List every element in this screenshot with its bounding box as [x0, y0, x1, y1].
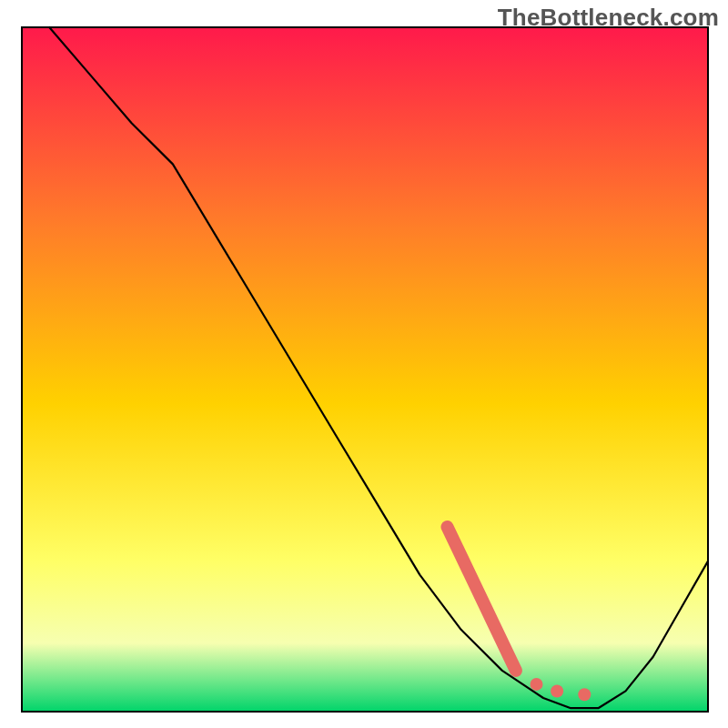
chart-svg — [0, 0, 728, 728]
highlight-dot — [578, 688, 591, 701]
chart-root: TheBottleneck.com — [0, 0, 728, 728]
watermark-text: TheBottleneck.com — [498, 4, 719, 32]
plot-background — [22, 27, 708, 712]
highlight-dot — [531, 678, 543, 691]
highlight-dot — [551, 684, 563, 697]
